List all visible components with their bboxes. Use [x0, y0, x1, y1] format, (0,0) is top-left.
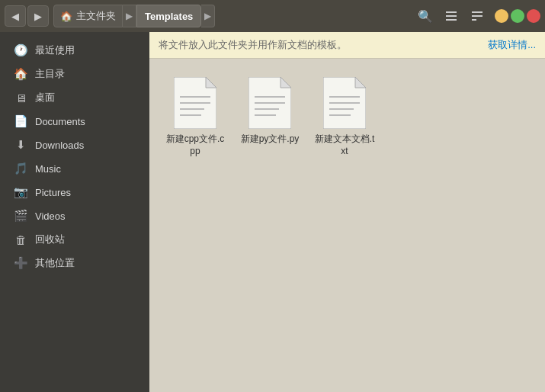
sidebar: 🕐 最近使用 🏠 主目录 🖥 桌面 📄 Documents ⬇ Download… [0, 32, 149, 392]
forward-button[interactable]: ▶ [27, 5, 49, 27]
videos-icon: 🎬 [14, 209, 27, 223]
maximize-button[interactable] [511, 9, 524, 23]
sidebar-item-home[interactable]: 🏠 主目录 [5, 63, 145, 85]
trash-icon: 🗑 [14, 233, 27, 246]
file-item-txt[interactable]: 新建文本文档.txt [311, 71, 378, 163]
info-bar: 将文件放入此文件夹并用作新文档的模板。 获取详情... [149, 32, 545, 59]
sidebar-item-downloads-label: Downloads [35, 140, 84, 151]
sidebar-item-trash[interactable]: 🗑 回收站 [5, 228, 145, 251]
svg-rect-1 [446, 15, 457, 17]
sidebar-item-other[interactable]: ➕ 其他位置 [5, 252, 145, 275]
file-icon-py [248, 77, 291, 129]
main-area: 🕐 最近使用 🏠 主目录 🖥 桌面 📄 Documents ⬇ Download… [0, 32, 545, 392]
breadcrumb-separator: ▶ [123, 5, 136, 27]
music-icon: 🎵 [14, 162, 27, 175]
sidebar-item-trash-label: 回收站 [35, 233, 65, 246]
svg-rect-3 [472, 11, 482, 13]
pictures-icon: 📷 [14, 185, 27, 199]
file-icon-txt [323, 77, 366, 129]
sidebar-item-music[interactable]: 🎵 Music [5, 157, 145, 180]
sidebar-item-downloads[interactable]: ⬇ Downloads [5, 133, 145, 156]
view-options-button[interactable] [440, 5, 463, 27]
window-controls [495, 9, 540, 23]
sidebar-item-pictures[interactable]: 📷 Pictures [5, 181, 145, 204]
sidebar-item-videos[interactable]: 🎬 Videos [5, 204, 145, 227]
svg-rect-5 [472, 19, 476, 21]
svg-rect-0 [446, 11, 457, 13]
documents-icon: 📄 [14, 114, 27, 128]
minimize-button[interactable] [495, 9, 508, 23]
info-bar-text: 将文件放入此文件夹并用作新文档的模板。 [159, 38, 347, 52]
file-item-py[interactable]: 新建py文件.py [236, 71, 303, 163]
svg-marker-7 [206, 77, 216, 88]
other-icon: ➕ [14, 256, 27, 270]
sidebar-item-documents-label: Documents [35, 116, 85, 127]
search-button[interactable]: 🔍 [414, 5, 437, 27]
sidebar-item-recent[interactable]: 🕐 最近使用 [5, 39, 145, 62]
file-name-py: 新建py文件.py [241, 133, 300, 146]
file-name-txt: 新建文本文档.txt [314, 133, 375, 157]
content-area: 将文件放入此文件夹并用作新文档的模板。 获取详情... 新建cpp文件.cpp [149, 32, 545, 392]
file-icon-cpp [174, 77, 216, 129]
breadcrumb-home-label: 主文件夹 [76, 9, 116, 23]
sidebar-item-other-label: 其他位置 [35, 256, 75, 270]
downloads-icon: ⬇ [14, 138, 27, 152]
home-icon: 🏠 [14, 67, 27, 81]
desktop-icon: 🖥 [14, 91, 27, 104]
info-bar-link[interactable]: 获取详情... [488, 38, 536, 52]
menu-button[interactable] [466, 5, 489, 27]
breadcrumb-expand-arrow[interactable]: ▶ [201, 5, 215, 27]
recent-icon: 🕐 [14, 43, 27, 57]
breadcrumb-current-label[interactable]: Templates [136, 5, 201, 27]
sidebar-item-videos-label: Videos [35, 210, 66, 222]
file-item-cpp[interactable]: 新建cpp文件.cpp [162, 71, 229, 163]
titlebar: ◀ ▶ 🏠 主文件夹 ▶ Templates ▶ 🔍 [0, 0, 545, 32]
svg-rect-4 [472, 15, 482, 17]
svg-marker-19 [355, 77, 366, 88]
sidebar-item-home-label: 主目录 [35, 67, 65, 81]
sidebar-item-recent-label: 最近使用 [35, 43, 75, 57]
svg-marker-13 [281, 77, 291, 88]
sidebar-item-music-label: Music [35, 163, 61, 175]
home-icon: 🏠 [60, 11, 72, 22]
titlebar-actions: 🔍 [414, 5, 489, 27]
sidebar-item-documents[interactable]: 📄 Documents [5, 110, 145, 133]
breadcrumb-home[interactable]: 🏠 主文件夹 [53, 5, 123, 27]
file-name-cpp: 新建cpp文件.cpp [165, 133, 226, 157]
back-button[interactable]: ◀ [5, 5, 26, 27]
svg-rect-2 [446, 19, 457, 21]
close-button[interactable] [527, 9, 540, 23]
files-grid: 新建cpp文件.cpp 新建py文件.py [149, 59, 545, 392]
breadcrumb: 🏠 主文件夹 ▶ Templates ▶ [53, 5, 406, 27]
sidebar-item-pictures-label: Pictures [35, 187, 71, 198]
sidebar-item-desktop-label: 桌面 [35, 91, 55, 104]
sidebar-item-desktop[interactable]: 🖥 桌面 [5, 86, 145, 109]
